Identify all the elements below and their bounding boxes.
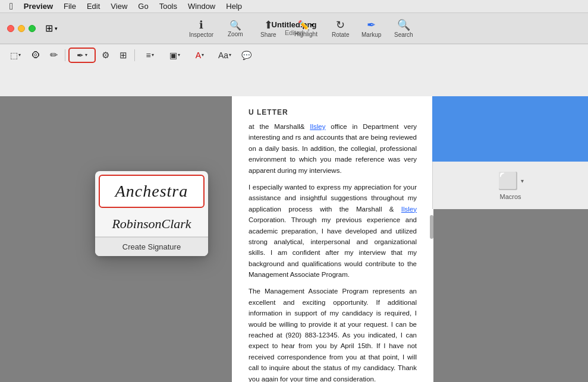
document-content: at the Marshall& Ilsley office in Depart… xyxy=(249,121,417,382)
highlight-button[interactable]: ✏️ ▾ Highlight xyxy=(290,17,322,40)
adjust-icon: ⚙ xyxy=(102,50,109,61)
markup-toolbar: ⬚ ▾ ⭗ ✏ ✒ ▾ ⚙ ⊞ ≡ ▾ ▣ ▾ A ▾ Aa ▾ � xyxy=(0,44,588,65)
color-dropdown: ▾ xyxy=(202,52,204,58)
sketch-icon: ✏ xyxy=(50,49,58,61)
menu-file[interactable]: File xyxy=(59,1,81,11)
para-2: I especially wanted to express my apprec… xyxy=(249,182,417,280)
menu-view[interactable]: View xyxy=(106,1,132,11)
signature-icon: ✒ xyxy=(77,50,84,60)
share-button[interactable]: ⬆ Share xyxy=(256,16,281,40)
markup-button[interactable]: ✒ Markup xyxy=(357,16,386,40)
rotate-button[interactable]: ↻ Rotate xyxy=(327,16,354,40)
align-icon: ≡ xyxy=(146,50,150,60)
sketch-tool[interactable]: ✏ xyxy=(45,48,62,63)
menu-bar:  Preview File Edit View Go Tools Window… xyxy=(0,0,588,13)
markup-icon: ✒ xyxy=(367,18,376,31)
menu-preview[interactable]: Preview xyxy=(19,1,58,11)
sidebar-toggle[interactable]: ⊞ ▾ xyxy=(40,20,62,36)
rect-select-icon: ⬚ xyxy=(10,50,18,60)
share-label: Share xyxy=(260,31,276,38)
adjust-tool[interactable]: ⚙ xyxy=(97,48,114,63)
inspector-icon: ℹ xyxy=(199,18,203,31)
annotation-icon: 💬 xyxy=(241,50,251,60)
signature-tool[interactable]: ✒ ▾ xyxy=(68,48,96,63)
align-tool[interactable]: ≡ ▾ xyxy=(138,48,162,63)
right-blue-panel xyxy=(432,96,588,162)
para-3: The Management Associate Program represe… xyxy=(249,286,417,382)
zoom-out-icon: 🔍 xyxy=(229,20,241,31)
border-tool[interactable]: ▣ ▾ xyxy=(163,48,187,63)
menu-tools[interactable]: Tools xyxy=(155,1,182,11)
apple-menu[interactable]:  xyxy=(5,1,18,12)
search-label: Search xyxy=(394,31,413,38)
title-bar: ⊞ ▾ Untitled.png Edited ℹ Inspector 🔍 Zo… xyxy=(0,13,588,44)
signature-item-1[interactable]: Anchestra xyxy=(99,175,205,208)
macros-button[interactable]: ⬜ ▾ xyxy=(498,171,524,191)
font-dropdown: ▾ xyxy=(229,52,231,58)
highlight-icon: ✏️ xyxy=(298,20,310,31)
color-icon: A xyxy=(196,50,201,60)
inspector-button[interactable]: ℹ Inspector xyxy=(184,16,218,40)
macros-icon: ⬜ xyxy=(498,171,518,191)
macros-dropdown-icon: ▾ xyxy=(521,178,524,184)
menu-go[interactable]: Go xyxy=(133,1,153,11)
zoom-label: Zoom xyxy=(228,31,243,37)
inspector-label: Inspector xyxy=(189,31,213,38)
rotate-icon: ↻ xyxy=(336,18,345,31)
signature-panel: Anchestra RobinsonClark Create Signature xyxy=(95,171,208,256)
minimize-button[interactable] xyxy=(18,25,25,32)
letter-header: U LETTER xyxy=(249,108,417,116)
close-button[interactable] xyxy=(7,25,14,32)
ilsley-link-1[interactable]: Ilsley xyxy=(310,123,325,130)
highlight-dropdown: ▾ xyxy=(311,22,314,28)
rotate-label: Rotate xyxy=(332,31,349,38)
font-tool[interactable]: Aa ▾ xyxy=(213,48,237,63)
scroll-handle[interactable] xyxy=(430,215,433,239)
signature-item-2[interactable]: RobinsonClark xyxy=(95,211,208,236)
annotation-tool[interactable]: 💬 xyxy=(238,48,254,63)
menu-window[interactable]: Window xyxy=(183,1,220,11)
create-signature-button[interactable]: Create Signature xyxy=(95,237,208,256)
document-page: U LETTER at the Marshall& Ilsley office … xyxy=(232,96,433,382)
highlight-label: Highlight xyxy=(294,31,317,37)
search-icon: 🔍 xyxy=(397,18,410,31)
rect-dropdown-icon: ▾ xyxy=(18,52,21,58)
toolbar-sep-1 xyxy=(65,49,65,61)
sidebar-icon: ⊞ xyxy=(45,23,53,34)
font-icon: Aa xyxy=(218,50,228,60)
signature-2-text: RobinsonClark xyxy=(112,216,191,232)
para-1: at the Marshall& Ilsley office in Depart… xyxy=(249,121,417,176)
lasso-tool[interactable]: ⭗ xyxy=(27,48,44,63)
traffic-lights xyxy=(7,25,36,32)
macros-label: Macros xyxy=(499,193,521,200)
border-dropdown: ▾ xyxy=(178,52,180,58)
menu-help[interactable]: Help xyxy=(221,1,247,11)
border-icon: ▣ xyxy=(169,50,177,60)
fullscreen-button[interactable] xyxy=(29,25,36,32)
grid-tool[interactable]: ⊞ xyxy=(115,48,131,63)
selection-tool[interactable]: ⬚ ▾ xyxy=(5,48,26,63)
markup-label: Markup xyxy=(361,31,381,38)
menu-edit[interactable]: Edit xyxy=(82,1,105,11)
grid-icon: ⊞ xyxy=(120,50,127,61)
lasso-icon: ⭗ xyxy=(32,50,40,60)
sidebar-dropdown-arrow: ▾ xyxy=(55,26,58,31)
signature-1-text: Anchestra xyxy=(115,182,188,201)
toolbar-sep-2 xyxy=(134,49,135,61)
macros-panel: ⬜ ▾ Macros xyxy=(432,162,588,209)
ilsley-link-2[interactable]: Ilsley xyxy=(401,206,417,213)
document-area: Anchestra RobinsonClark Create Signature… xyxy=(0,96,588,382)
zoom-button[interactable]: 🔍 Zoom xyxy=(223,17,248,40)
search-button[interactable]: 🔍 Search xyxy=(389,16,418,40)
share-icon: ⬆ xyxy=(264,18,273,31)
align-dropdown: ▾ xyxy=(152,52,154,58)
color-tool[interactable]: A ▾ xyxy=(188,48,212,63)
signature-dropdown-icon: ▾ xyxy=(85,52,87,58)
